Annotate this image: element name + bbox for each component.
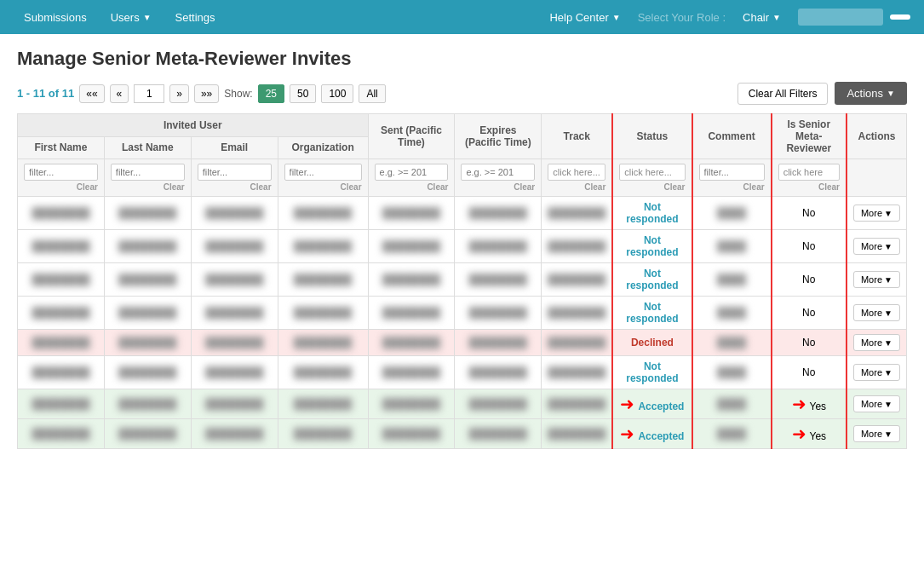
more-caret-icon: ▼ bbox=[884, 400, 892, 409]
blurred-cell: ████████ bbox=[18, 230, 105, 263]
blurred-cell: ████████ bbox=[368, 263, 455, 297]
filter-track-button[interactable]: click here... bbox=[548, 164, 605, 181]
blurred-cell: ████████ bbox=[104, 330, 191, 356]
blurred-cell: ████████ bbox=[455, 230, 542, 263]
filter-expires[interactable] bbox=[461, 164, 535, 181]
last-page-button[interactable]: »» bbox=[194, 84, 219, 103]
blurred-cell: ████████ bbox=[104, 297, 191, 330]
is-senior-cell: No bbox=[772, 330, 847, 356]
th-track: Track bbox=[542, 114, 613, 159]
th-organization: Organization bbox=[278, 136, 368, 159]
blurred-cell: ████████ bbox=[191, 197, 278, 230]
th-invited-user-group: Invited User bbox=[18, 114, 369, 137]
more-button[interactable]: More▼ bbox=[853, 238, 900, 255]
show-25-button[interactable]: 25 bbox=[258, 84, 284, 103]
blurred-cell: ████████ bbox=[542, 263, 613, 297]
blurred-cell: ████████ bbox=[278, 197, 368, 230]
blurred-cell: ████████ bbox=[278, 297, 368, 330]
more-caret-icon: ▼ bbox=[884, 308, 892, 318]
comment-cell: ████ bbox=[692, 419, 772, 449]
show-all-button[interactable]: All bbox=[359, 84, 385, 103]
filter-last-name[interactable] bbox=[111, 164, 185, 181]
filter-track-clear[interactable]: Clear bbox=[548, 182, 605, 192]
filter-status-button[interactable]: click here... bbox=[619, 164, 685, 181]
blurred-cell: ████████ bbox=[191, 263, 278, 297]
more-button[interactable]: More▼ bbox=[853, 304, 900, 321]
is-senior-value: No bbox=[802, 337, 815, 349]
filter-organization[interactable] bbox=[284, 164, 362, 181]
filter-sent-cell: Clear bbox=[368, 159, 455, 197]
blurred-cell: ████████ bbox=[18, 330, 105, 356]
blurred-cell: ████████ bbox=[455, 263, 542, 297]
actions-cell: More▼ bbox=[847, 263, 907, 297]
more-caret-icon: ▼ bbox=[884, 275, 892, 285]
blurred-cell: ████████ bbox=[455, 419, 542, 449]
comment-cell: ████ bbox=[692, 297, 772, 330]
filter-expires-clear[interactable]: Clear bbox=[461, 182, 535, 192]
pagination-left: 1 - 11 of 11 «« « » »» Show: 25 50 100 A… bbox=[17, 84, 386, 103]
filter-sent-clear[interactable]: Clear bbox=[375, 182, 449, 192]
invites-table: Invited User Sent (Pacific Time) Expires… bbox=[17, 113, 907, 449]
th-email: Email bbox=[191, 136, 278, 159]
blurred-cell: ████████ bbox=[455, 297, 542, 330]
filter-comment[interactable] bbox=[699, 164, 765, 181]
filter-is-senior-clear[interactable]: Clear bbox=[778, 182, 840, 192]
navbar-left: Submissions Users ▼ Settings bbox=[14, 4, 539, 31]
page-number-input[interactable] bbox=[134, 84, 164, 103]
blurred-cell: ████████ bbox=[18, 356, 105, 389]
filter-first-name-clear[interactable]: Clear bbox=[24, 182, 98, 192]
blurred-cell: ████████ bbox=[542, 419, 613, 449]
table-row: ████████████████████████████████████████… bbox=[18, 197, 907, 230]
filter-organization-clear[interactable]: Clear bbox=[284, 182, 362, 192]
filter-is-senior-button[interactable]: click here bbox=[778, 164, 840, 181]
th-comment: Comment bbox=[692, 114, 772, 159]
show-100-button[interactable]: 100 bbox=[321, 84, 353, 103]
filter-expires-cell: Clear bbox=[455, 159, 542, 197]
nav-submissions[interactable]: Submissions bbox=[14, 4, 97, 31]
nav-role[interactable]: Chair ▼ bbox=[732, 4, 791, 31]
filter-first-name-cell: Clear bbox=[18, 159, 105, 197]
first-page-button[interactable]: «« bbox=[79, 84, 104, 103]
more-button[interactable]: More▼ bbox=[853, 334, 900, 351]
nav-help-center[interactable]: Help Center ▼ bbox=[539, 4, 630, 31]
filter-first-name[interactable] bbox=[24, 164, 98, 181]
more-button[interactable]: More▼ bbox=[853, 271, 900, 288]
filter-email[interactable] bbox=[198, 164, 272, 181]
blurred-cell: ████████ bbox=[455, 330, 542, 356]
table-row: ████████████████████████████████████████… bbox=[18, 297, 907, 330]
more-button[interactable]: More▼ bbox=[853, 364, 900, 381]
blurred-cell: ████████ bbox=[104, 230, 191, 263]
is-senior-value: No bbox=[802, 274, 815, 285]
more-button[interactable]: More▼ bbox=[853, 205, 900, 222]
actions-cell: More▼ bbox=[847, 230, 907, 263]
is-senior-value: No bbox=[802, 207, 815, 219]
nav-users[interactable]: Users ▼ bbox=[100, 4, 162, 31]
logout-button[interactable] bbox=[890, 14, 910, 20]
users-dropdown-icon: ▼ bbox=[143, 13, 152, 22]
th-first-name: First Name bbox=[18, 136, 105, 159]
blurred-cell: ████████ bbox=[104, 419, 191, 449]
next-page-button[interactable]: » bbox=[169, 84, 189, 103]
more-button[interactable]: More▼ bbox=[853, 425, 900, 442]
clear-all-filters-button[interactable]: Clear All Filters bbox=[737, 83, 829, 105]
filter-status-clear[interactable]: Clear bbox=[619, 182, 685, 192]
show-50-button[interactable]: 50 bbox=[290, 84, 316, 103]
nav-settings[interactable]: Settings bbox=[165, 4, 226, 31]
table-row: ████████████████████████████████████████… bbox=[18, 389, 907, 419]
filter-sent[interactable] bbox=[375, 164, 449, 181]
nav-divider: Select Your Role : bbox=[638, 11, 726, 24]
filter-status-cell: click here... Clear bbox=[612, 159, 692, 197]
show-label: Show: bbox=[224, 88, 252, 100]
more-caret-icon: ▼ bbox=[884, 209, 892, 218]
prev-page-button[interactable]: « bbox=[110, 84, 129, 103]
navbar-right: Help Center ▼ Select Your Role : Chair ▼ bbox=[539, 4, 910, 31]
filter-last-name-clear[interactable]: Clear bbox=[111, 182, 185, 192]
actions-cell: More▼ bbox=[847, 389, 907, 419]
actions-button[interactable]: Actions ▼ bbox=[835, 82, 907, 105]
more-button[interactable]: More▼ bbox=[853, 395, 900, 412]
blurred-cell: ████████ bbox=[191, 389, 278, 419]
is-senior-cell: No bbox=[772, 197, 847, 230]
filter-email-clear[interactable]: Clear bbox=[198, 182, 272, 192]
filter-comment-clear[interactable]: Clear bbox=[699, 182, 765, 192]
blurred-cell: ████████ bbox=[18, 263, 105, 297]
